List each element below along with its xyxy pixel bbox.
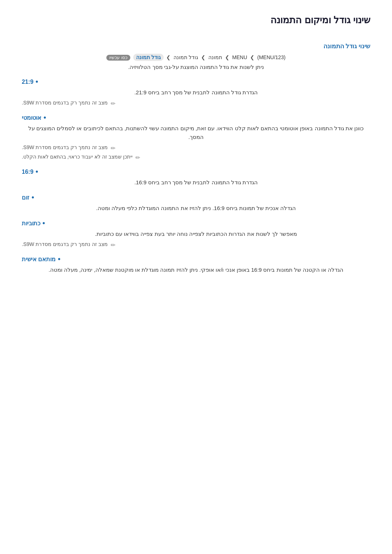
bullet-custom-desc: הגדלה או הקטנה של תמונות ביחס 16:9 באופן…	[22, 266, 370, 274]
note-text-2: מצב זה נתמך רק בדגמים מסדרת S9W.	[22, 144, 108, 150]
bullet-zoom-desc: הגדלה אנכית של תמונות ביחס 16:9. ניתן לה…	[22, 204, 370, 213]
pencil-icon-4: ✏	[111, 242, 115, 249]
breadcrumb-current: גודל תמונה	[133, 54, 164, 61]
bullet-16-9: 16:9 הגדרת גודל התמונה לתבנית של מסך רחב…	[22, 168, 370, 187]
note-text-1: מצב זה נתמך רק בדגמים מסדרת S9W.	[22, 100, 108, 106]
breadcrumb-item-2: MENU	[232, 54, 247, 60]
bullet-21-9-title: 21:9	[22, 78, 370, 86]
breadcrumb-item-1: (MENU/123)	[257, 54, 286, 60]
bullet-21-9-note-1: ✏ מצב זה נתמך רק בדגמים מסדרת S9W.	[22, 100, 370, 107]
section-title: שינוי גודל התמונה	[22, 42, 370, 50]
bullet-auto-desc: כוונן את גודל התמונה באופן אוטומטי בהתאם…	[22, 124, 370, 141]
breadcrumb-tag: כסו עכשיו	[106, 55, 130, 61]
note-text-4: מצב זה נתמך רק בדגמים מסדרת S9W.	[22, 241, 108, 247]
pencil-icon-1: ✏	[111, 100, 115, 107]
bullet-21-9-desc: הגדרת גודל התמונה לתבנית של מסך רחב ביחס…	[22, 88, 370, 97]
bullet-custom: מותאם אישית הגדלה או הקטנה של תמונות ביח…	[22, 255, 370, 274]
breadcrumb-item-4: גודל תמונה	[173, 54, 198, 60]
bullet-auto: אוטומטי כוונן את גודל התמונה באופן אוטומ…	[22, 114, 370, 161]
pencil-icon-2: ✏	[111, 145, 115, 152]
bullet-auto-note-2: ✏ ייתכן שמצב זה לא יעבוד כראוי, בהתאם לא…	[22, 154, 370, 161]
bullet-captions-note-1: ✏ מצב זה נתמך רק בדגמים מסדרת S9W.	[22, 241, 370, 249]
bullet-auto-note-1: ✏ מצב זה נתמך רק בדגמים מסדרת S9W.	[22, 144, 370, 152]
breadcrumb: (MENU/123) ❯ MENU ❯ תמונה ❯ גודל תמונה ❯…	[22, 54, 370, 60]
bullet-captions-desc: מאפשר לך לשנות את הגדרות הכתוביות לצפייה…	[22, 230, 370, 238]
bullet-21-9: 21:9 הגדרת גודל התמונה לתבנית של מסך רחב…	[22, 78, 370, 107]
breadcrumb-sep-4: ❯	[166, 54, 171, 60]
bullet-zoom: זום הגדלה אנכית של תמונות ביחס 16:9. נית…	[22, 193, 370, 213]
bullet-captions-title: כתוביות	[22, 219, 370, 227]
pencil-icon-3: ✏	[135, 154, 140, 161]
bullet-captions: כתוביות מאפשר לך לשנות את הגדרות הכתוביו…	[22, 219, 370, 249]
page-title: שינוי גודל ומיקום התמונה	[22, 15, 370, 29]
intro-text: ניתן לשנות את גודל התמונה המוצגת על-גבי …	[22, 64, 370, 70]
bullet-zoom-title: זום	[22, 193, 370, 202]
note-text-3: ייתכן שמצב זה לא יעבוד כראוי, בהתאם לאות…	[22, 154, 132, 160]
breadcrumb-sep-1: ❯	[250, 54, 254, 60]
bullet-auto-title: אוטומטי	[22, 114, 370, 122]
bullet-16-9-title: 16:9	[22, 168, 370, 176]
bullet-16-9-desc: הגדרת גודל התמונה לתבנית של מסך רחב ביחס…	[22, 178, 370, 187]
breadcrumb-sep-3: ❯	[201, 54, 205, 60]
breadcrumb-item-3: תמונה	[208, 54, 222, 60]
breadcrumb-sep-2: ❯	[225, 54, 229, 60]
bullet-custom-title: מותאם אישית	[22, 255, 370, 263]
